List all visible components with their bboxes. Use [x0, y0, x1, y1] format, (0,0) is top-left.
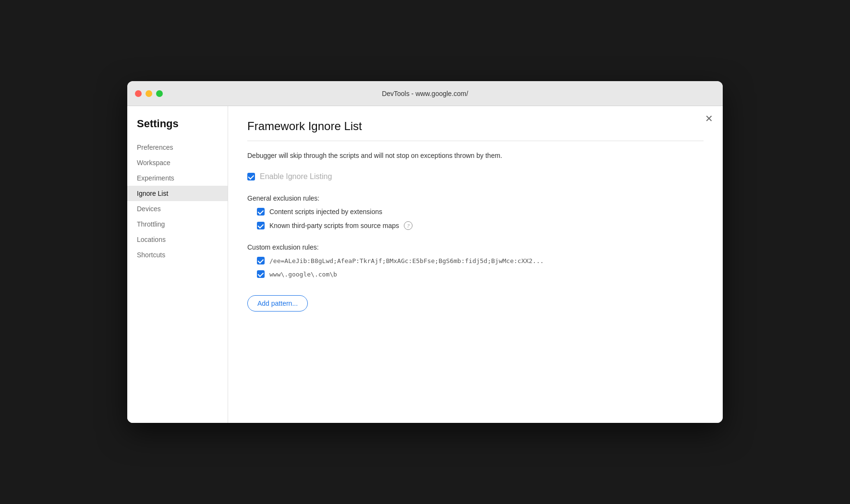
settings-heading: Settings — [127, 118, 228, 140]
sidebar-item-throttling[interactable]: Throttling — [127, 216, 228, 232]
custom-rule-1-checkbox[interactable] — [257, 257, 265, 264]
enable-ignore-listing-label: Enable Ignore Listing — [260, 172, 332, 181]
minimize-traffic-light[interactable] — [146, 90, 152, 97]
sidebar-item-ignore-list[interactable]: Ignore List — [127, 186, 228, 201]
traffic-lights — [135, 90, 163, 97]
enable-ignore-listing-checkbox[interactable] — [247, 173, 255, 180]
custom-rule-2-label: www\.google\.com\b — [269, 271, 337, 278]
window-title: DevTools - www.google.com/ — [382, 90, 468, 97]
rule-row-third-party: Known third-party scripts from source ma… — [257, 221, 704, 230]
sidebar: Settings Preferences Workspace Experimen… — [127, 106, 228, 423]
content-scripts-label: Content scripts injected by extensions — [269, 208, 382, 216]
custom-rule-1-label: /ee=ALeJib:B8gLwd;AfeaP:TkrAjf;BMxAGc:E5… — [269, 257, 544, 264]
sidebar-item-devices[interactable]: Devices — [127, 201, 228, 216]
general-exclusion-label: General exclusion rules: — [247, 194, 704, 202]
custom-rules-section: /ee=ALeJib:B8gLwd;AfeaP:TkrAjf;BMxAGc:E5… — [247, 257, 704, 278]
maximize-traffic-light[interactable] — [156, 90, 163, 97]
general-rules-section: Content scripts injected by extensions K… — [247, 208, 704, 230]
add-pattern-button[interactable]: Add pattern... — [247, 295, 308, 312]
titlebar: DevTools - www.google.com/ — [127, 81, 723, 106]
content-area: Settings Preferences Workspace Experimen… — [127, 106, 723, 423]
page-title: Framework Ignore List — [247, 120, 704, 133]
section-divider — [247, 141, 704, 141]
sidebar-item-locations[interactable]: Locations — [127, 232, 228, 247]
sidebar-item-workspace[interactable]: Workspace — [127, 155, 228, 170]
page-description: Debugger will skip through the scripts a… — [247, 151, 704, 161]
close-button[interactable]: ✕ — [705, 114, 713, 123]
custom-exclusion-label: Custom exclusion rules: — [247, 243, 704, 251]
content-scripts-checkbox[interactable] — [257, 208, 265, 216]
info-icon[interactable]: ? — [404, 221, 413, 230]
third-party-label: Known third-party scripts from source ma… — [269, 222, 399, 229]
custom-rule-row-2: www\.google\.com\b — [257, 270, 704, 278]
sidebar-item-experiments[interactable]: Experiments — [127, 170, 228, 186]
sidebar-item-preferences[interactable]: Preferences — [127, 140, 228, 155]
sidebar-item-shortcuts[interactable]: Shortcuts — [127, 247, 228, 263]
custom-rule-2-checkbox[interactable] — [257, 270, 265, 278]
enable-ignore-listing-row: Enable Ignore Listing — [247, 172, 704, 181]
devtools-window: DevTools - www.google.com/ Settings Pref… — [127, 81, 723, 423]
rule-row-content-scripts: Content scripts injected by extensions — [257, 208, 704, 216]
close-traffic-light[interactable] — [135, 90, 142, 97]
main-panel: ✕ Framework Ignore List Debugger will sk… — [228, 106, 723, 423]
custom-rule-row-1: /ee=ALeJib:B8gLwd;AfeaP:TkrAjf;BMxAGc:E5… — [257, 257, 704, 264]
third-party-checkbox[interactable] — [257, 222, 265, 229]
